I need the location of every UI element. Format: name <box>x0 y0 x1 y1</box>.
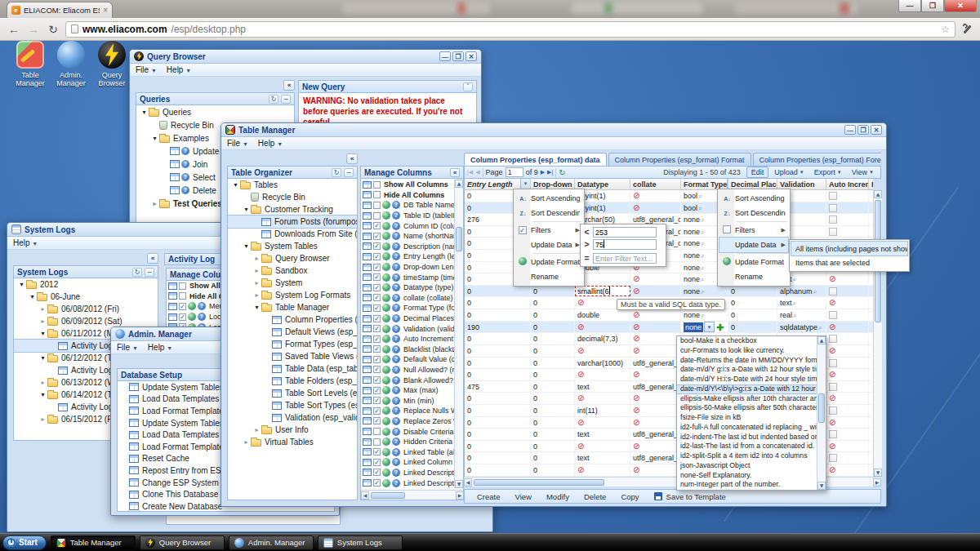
checkbox[interactable] <box>829 383 837 391</box>
tab-active[interactable]: Column Properties (esp_format) data <box>464 153 607 166</box>
tree-item[interactable]: ▸User Info <box>228 424 357 436</box>
page-input[interactable]: 1 <box>506 167 523 177</box>
browser-maximize-button[interactable]: ❐ <box>921 0 944 12</box>
column-toggle-item[interactable]: ✓?Drop-down Length (d <box>361 262 454 273</box>
checkbox[interactable] <box>829 359 837 367</box>
tree-item[interactable]: Forum Posts (forumposts) <box>228 216 357 228</box>
menu-item-update-format[interactable]: Update Format <box>515 255 582 269</box>
checkbox[interactable] <box>829 407 837 415</box>
menu-item-filters[interactable]: ✓Filters▶ <box>515 223 582 238</box>
format-option[interactable]: date-Returns the date in MM/DD/YYYY form… <box>677 356 818 366</box>
upload-button[interactable]: Upload▼ <box>770 167 808 178</box>
create-button[interactable]: Create <box>471 492 506 501</box>
taskbar-button-admin-manager[interactable]: Admin. Manager <box>229 535 314 550</box>
collapse-panel-button[interactable]: ˄ <box>463 82 473 91</box>
refresh-panel-button[interactable]: ↻ <box>269 95 278 104</box>
tree-item[interactable]: ▸Virtual Tables <box>228 436 357 448</box>
tree-item[interactable]: ▾Tables <box>228 179 357 191</box>
checkbox[interactable] <box>829 335 837 343</box>
column-toggle-item[interactable]: ✓?Linked Column (allow <box>361 457 454 468</box>
column-toggle-item[interactable]: ✓?Datatype (type) <box>361 282 454 293</box>
tree-item[interactable]: ▸System <box>228 277 357 289</box>
column-toggle-item[interactable]: ✓?Column ID (column) <box>361 220 454 231</box>
reload-button[interactable]: ↻ <box>46 23 60 36</box>
menu-item-sort-ascending[interactable]: A↓Sort Ascending <box>515 191 582 206</box>
grid-column-header[interactable]: Auto Increment? <box>826 179 869 189</box>
tree-item[interactable]: Table Data (esp_tabledata) <box>228 362 357 375</box>
format-option[interactable]: ellipsis-50-Make ellipsis after 50th cha… <box>677 403 818 413</box>
format-option[interactable]: json-Javascript Object <box>677 461 818 471</box>
column-toggle-item[interactable]: ✓?Entry Length (length) <box>361 251 454 262</box>
checkbox[interactable] <box>829 430 837 438</box>
refresh-icon[interactable]: ↻ <box>559 168 565 177</box>
dropdown-vscrollbar[interactable]: ▲ ▼ <box>817 336 826 490</box>
refresh-panel-button[interactable]: ↻ <box>332 168 341 177</box>
minimize-button[interactable]: — <box>844 125 856 135</box>
filter-gt-input[interactable]: 75 <box>593 239 657 250</box>
format-option[interactable]: id2-last-The last id from a concatenated… <box>677 442 818 451</box>
format-option[interactable]: id2-full-A full concatenated id replacin… <box>677 423 818 433</box>
menu-item-sort-ascending[interactable]: A↓Sort Ascending <box>719 191 788 206</box>
collapse-panel-button[interactable]: « <box>450 168 460 177</box>
column-toggle-item[interactable]: ✓?Description (name) <box>361 242 454 252</box>
collapse-panel-button[interactable]: « <box>147 253 158 264</box>
tree-item[interactable]: Format Types (esp_formattype) <box>228 338 357 350</box>
format-option[interactable]: id2-indent-The last id but indented base… <box>677 433 818 442</box>
tree-item[interactable]: Default Views (esp_defaultviews) <box>228 326 357 338</box>
column-toggle-item[interactable]: ✓?Default Value (defau <box>361 354 454 365</box>
format-option[interactable]: cur-Formats to look like currency. <box>677 346 818 356</box>
view-button[interactable]: View▼ <box>848 167 878 178</box>
export-button[interactable]: Export▼ <box>810 167 846 178</box>
tree-item[interactable]: Downloads From Site (downloads) <box>228 228 357 240</box>
column-toggle-item[interactable]: ✓?Auto Increment? (aut <box>361 334 454 344</box>
copy-button[interactable]: Copy <box>615 492 644 501</box>
url-input[interactable]: www.eliacom.com/esp/desktop.php ☆ <box>65 21 956 38</box>
column-toggle-item[interactable]: Hide All Columns <box>361 190 454 201</box>
prev-page-icon[interactable]: ◀ <box>475 169 479 176</box>
filter-eq-input[interactable]: Enter Filter Text... <box>593 253 657 264</box>
start-button[interactable]: Start <box>2 535 47 550</box>
collapse-panel-button[interactable]: « <box>283 80 295 91</box>
checkbox[interactable] <box>829 454 837 462</box>
maximize-button[interactable]: ❐ <box>858 125 869 135</box>
submenu-item[interactable]: Items that are selected <box>791 256 907 269</box>
format-option[interactable]: date-m/d/Y H:i:s-Date with 24 hour style… <box>677 375 818 384</box>
close-button[interactable]: ✕ <box>466 51 477 61</box>
column-toggle-item[interactable]: ✓?Decimal Places (num <box>361 313 454 324</box>
minimize-button[interactable]: — <box>439 51 451 61</box>
editing-cell[interactable]: smallint(6 <box>575 286 630 297</box>
last-page-icon[interactable]: ▶| <box>547 169 553 176</box>
help-menu[interactable]: Help ▼ <box>148 343 172 352</box>
menu-item-sort-descending[interactable]: Z↓Sort Descending <box>515 206 582 220</box>
edit-button[interactable]: Edit <box>746 167 769 178</box>
query-browser-titlebar[interactable]: Query Browser —❐✕ <box>130 50 481 64</box>
checkbox[interactable] <box>829 287 837 295</box>
minimize-panel-button[interactable]: − <box>281 95 291 104</box>
tree-item[interactable]: ▾Table Manager <box>228 301 357 313</box>
refresh-panel-button[interactable]: ↻ <box>132 268 142 277</box>
help-menu[interactable]: Help ▼ <box>167 65 191 74</box>
tree-item[interactable]: Validation (esp_validation) <box>228 411 357 424</box>
taskbar-button-table-manager[interactable]: Table Manager <box>51 535 136 550</box>
minimize-panel-button[interactable]: − <box>145 268 154 277</box>
back-button[interactable]: ← <box>7 23 21 36</box>
modify-button[interactable]: Modify <box>541 492 575 501</box>
close-button[interactable]: ✕ <box>871 125 882 135</box>
format-option[interactable]: none-Self Explanatory. <box>677 471 818 481</box>
tab-inactive[interactable]: Column Properties (esp_format) Format <box>608 153 751 166</box>
column-toggle-item[interactable]: ?DB Table Name (table <box>361 200 454 211</box>
combo-cell[interactable]: none▼✚ <box>681 322 728 333</box>
tree-item[interactable]: ▸System Log Formats <box>228 289 357 301</box>
checkbox[interactable] <box>829 192 837 200</box>
tree-item[interactable]: Table Sort Types (esp_tablesorttyp <box>228 399 357 411</box>
manage-columns-hscrollbar[interactable]: ◀ ▶ <box>361 490 464 500</box>
help-menu[interactable]: Help ▼ <box>13 238 38 247</box>
first-page-icon[interactable]: |◀ <box>467 169 473 176</box>
column-toggle-item[interactable]: ✓?Name (shortName) <box>361 231 454 242</box>
column-toggle-item[interactable]: Show All Columns <box>361 180 454 190</box>
column-toggle-item[interactable]: ✓?Null Allowed? (nullAl <box>361 365 454 375</box>
menu-item-update-data[interactable]: Update Data▶ <box>515 238 582 252</box>
menu-item-update-data[interactable]: Update Data▶ <box>719 238 788 252</box>
format-option[interactable]: date-m/d/Y\<\b\y\>g:i:s a-Date with 12 h… <box>677 384 818 394</box>
column-toggle-item[interactable]: ✓?timeStamp (timeStam <box>361 272 454 282</box>
